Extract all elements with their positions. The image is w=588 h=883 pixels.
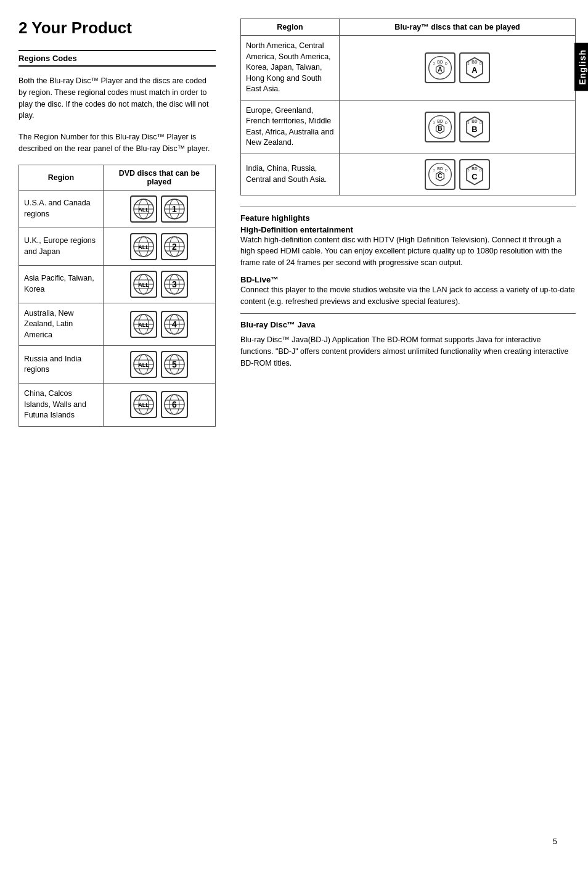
svg-text:D: D (445, 61, 447, 65)
table-row: Russia and India regions ALL 5 (19, 346, 216, 384)
region-disc-icon: 1 (161, 195, 188, 223)
dvd-col-region: Region (19, 165, 104, 190)
svg-text:1: 1 (172, 204, 177, 214)
bluray-region-table: Region Blu-ray™ discs that can be played… (240, 18, 576, 195)
svg-text:BD: BD (472, 166, 478, 170)
region-disc-icon: 2 (161, 233, 188, 260)
disc-icons: ALL 3 (103, 265, 215, 303)
bluray-right-icon: BD 3 D B (459, 112, 490, 142)
svg-text:A: A (438, 66, 443, 73)
bd-live-subtitle: BD-Live™ (240, 275, 576, 284)
table-row: Asia Pacific, Taiwan, Korea ALL 3 (19, 265, 216, 303)
intro-text-2: The Region Number for this Blu-ray Disc™… (18, 131, 216, 155)
disc-icons: ALL 2 (103, 228, 215, 265)
bluray-left-icon: BD 3 D C (425, 159, 455, 190)
svg-text:B: B (438, 125, 442, 132)
svg-text:D: D (480, 168, 482, 172)
globe-all-icon: ALL (130, 271, 157, 298)
svg-text:A: A (472, 65, 477, 75)
bluray-region-label: North America, Central America, South Am… (241, 36, 340, 101)
svg-text:BD: BD (437, 166, 443, 170)
regions-codes-header: Regions Codes (18, 50, 216, 67)
svg-text:C: C (438, 173, 442, 179)
table-row: India, China, Russia, Central and South … (241, 154, 576, 195)
region-label: Russia and India regions (19, 346, 104, 384)
region-disc-icon: 4 (161, 311, 188, 338)
bluray-col-discs: Blu-ray™ discs that can be played (340, 19, 576, 36)
region-label: Australia, New Zealand, Latin America (19, 303, 104, 346)
disc-icons: ALL 5 (103, 346, 215, 384)
right-column: English Region Blu-ray™ discs that can b… (228, 18, 588, 865)
svg-text:BD: BD (472, 59, 478, 64)
bluray-region-label: Europe, Greenland, French territories, M… (241, 100, 340, 154)
svg-text:D: D (445, 168, 447, 171)
feature-hd-text: Watch high-definition content disc with … (240, 234, 576, 269)
svg-text:BD: BD (437, 59, 443, 64)
svg-text:BD: BD (437, 118, 443, 123)
bluray-right-icon: BD 3 D C (459, 159, 490, 190)
svg-text:5: 5 (172, 359, 177, 369)
dvd-region-table: Region DVD discs that can be played U.S.… (18, 165, 216, 427)
svg-text:3: 3 (433, 168, 435, 171)
bluray-right-icon: BD 3 D A (459, 52, 490, 83)
feature-highlights-title: Feature highlights (240, 213, 576, 223)
globe-all-icon: ALL (130, 233, 157, 260)
svg-text:BD: BD (472, 118, 478, 123)
svg-text:3: 3 (467, 168, 469, 172)
bluray-disc-icons: BD 3 D C BD 3 D C (340, 154, 576, 195)
bluray-disc-icons: BD 3 D B BD 3 D B (340, 100, 576, 154)
svg-text:ALL: ALL (139, 402, 150, 408)
svg-text:ALL: ALL (139, 282, 150, 288)
table-row: Europe, Greenland, French territories, M… (241, 100, 576, 154)
table-row: Australia, New Zealand, Latin America AL… (19, 303, 216, 346)
globe-all-icon: ALL (130, 311, 157, 338)
region-disc-icon: 5 (161, 351, 188, 378)
region-disc-icon: 6 (161, 391, 188, 418)
svg-text:6: 6 (172, 400, 177, 409)
svg-text:C: C (472, 172, 477, 181)
svg-text:3: 3 (433, 61, 435, 65)
bluray-left-icon: BD 3 D B (425, 112, 455, 142)
disc-icons: ALL 6 (103, 384, 215, 427)
svg-text:3: 3 (433, 120, 435, 124)
svg-text:ALL: ALL (139, 207, 150, 213)
region-label: U.S.A. and Canada regions (19, 190, 104, 228)
table-row: U.S.A. and Canada regions ALL 1 (19, 190, 216, 228)
table-row: North America, Central America, South Am… (241, 36, 576, 101)
bd-live-text: Connect this player to the movie studios… (240, 284, 576, 308)
globe-all-icon: ALL (130, 351, 157, 378)
svg-text:3: 3 (467, 62, 469, 65)
svg-text:D: D (480, 62, 482, 65)
table-row: China, Calcos Islands, Walls and Futuna … (19, 384, 216, 427)
svg-text:D: D (480, 121, 482, 125)
svg-text:3: 3 (467, 121, 469, 125)
bluray-col-region: Region (241, 19, 340, 36)
intro-text-1: Both the Blu-ray Disc™ Player and the di… (18, 75, 216, 121)
svg-text:4: 4 (172, 319, 177, 329)
svg-text:D: D (445, 120, 447, 124)
bluray-disc-icons: BD 3 D A BD 3 D A (340, 36, 576, 101)
region-label: Asia Pacific, Taiwan, Korea (19, 265, 104, 303)
feature-hd-subtitle: High-Definition entertainment (240, 225, 576, 234)
region-disc-icon: 3 (161, 271, 188, 298)
bluray-java-title: Blu-ray Disc™ Java (240, 313, 576, 329)
left-column: 2 Your Product Regions Codes Both the Bl… (18, 18, 228, 865)
svg-text:B: B (472, 125, 477, 134)
region-label: U.K., Europe regions and Japan (19, 228, 104, 265)
english-tab: English (574, 43, 588, 91)
bluray-left-icon: BD 3 D A (425, 52, 455, 83)
svg-text:ALL: ALL (139, 362, 150, 368)
page-number: 5 (553, 837, 557, 846)
svg-text:3: 3 (172, 279, 177, 289)
disc-icons: ALL 1 (103, 190, 215, 228)
bluray-region-label: India, China, Russia, Central and South … (241, 154, 340, 195)
table-row: U.K., Europe regions and Japan ALL 2 (19, 228, 216, 265)
disc-icons: ALL 4 (103, 303, 215, 346)
dvd-col-discs: DVD discs that can be played (103, 165, 215, 190)
svg-text:ALL: ALL (139, 322, 150, 328)
feature-highlights-section: Feature highlights High-Definition enter… (240, 207, 576, 308)
svg-text:2: 2 (172, 242, 177, 252)
svg-text:ALL: ALL (139, 244, 150, 250)
globe-all-icon: ALL (130, 391, 157, 418)
globe-all-icon: ALL (130, 195, 157, 223)
